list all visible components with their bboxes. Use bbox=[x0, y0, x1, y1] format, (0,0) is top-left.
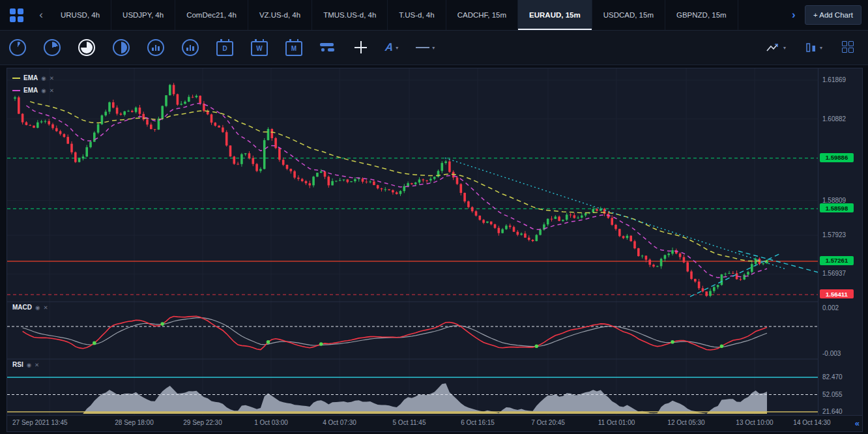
axis-label: 1.58809 bbox=[822, 197, 846, 204]
price-tag: 1.59886 bbox=[820, 153, 854, 162]
indicator-legend-ema-2: EMA ◉ ✕ bbox=[12, 87, 54, 94]
calendar-month-letter: M bbox=[291, 45, 297, 52]
multi-chart-layout-icon[interactable] bbox=[842, 41, 855, 54]
time-axis[interactable]: 27 Sep 2021 13:45 28 Sep 18:00 29 Sep 22… bbox=[7, 415, 862, 431]
crosshair-icon[interactable] bbox=[354, 41, 368, 54]
time-label: 12 Oct 05:30 bbox=[667, 419, 704, 426]
compare-symbols-dropdown[interactable]: ▾ bbox=[805, 42, 822, 53]
timeframe-4hour-icon[interactable] bbox=[182, 39, 199, 56]
indicator-legend-rsi: RSI ◉ ✕ bbox=[12, 361, 39, 368]
chevron-down-icon: ▾ bbox=[432, 45, 435, 51]
price-axis[interactable]: 1.618691.608821.588091.579231.569371.598… bbox=[818, 68, 862, 415]
time-label: 11 Oct 01:00 bbox=[598, 419, 635, 426]
tab-strip: URUSD, 4h USDJPY, 4h ComDec21, 4h VZ.US-… bbox=[50, 0, 785, 30]
timeframe-5min-icon[interactable] bbox=[44, 39, 61, 56]
tabs-scroll-left-icon[interactable]: ‹ bbox=[33, 0, 50, 30]
ema-fast-swatch bbox=[12, 90, 20, 91]
time-label: 28 Sep 18:00 bbox=[115, 419, 154, 426]
axis-label: 21.640 bbox=[822, 408, 843, 415]
tab-t-us-4h[interactable]: T.US-d, 4h bbox=[388, 0, 446, 30]
axis-label: 52.055 bbox=[822, 391, 843, 398]
tab-urusd-4h[interactable]: URUSD, 4h bbox=[50, 0, 111, 30]
tab-vz-us-4h[interactable]: VZ.US-d, 4h bbox=[248, 0, 312, 30]
tab-euraud-15m[interactable]: EURAUD, 15m bbox=[518, 0, 592, 30]
axis-label: -0.003 bbox=[822, 350, 841, 357]
timeframe-day-icon[interactable]: D bbox=[216, 41, 233, 56]
timeframe-15min-icon[interactable] bbox=[78, 39, 95, 56]
chart-tabbar: ‹ URUSD, 4h USDJPY, 4h ComDec21, 4h VZ.U… bbox=[0, 0, 868, 31]
axis-label: 0.002 bbox=[822, 304, 839, 311]
line-chart-icon bbox=[766, 42, 781, 53]
indicator-close-icon[interactable]: ✕ bbox=[50, 87, 54, 94]
timeframe-1hour-icon[interactable] bbox=[147, 39, 164, 56]
indicator-settings-icon[interactable]: ◉ bbox=[35, 304, 40, 311]
drawing-tools-dropdown[interactable]: A ▾ bbox=[385, 41, 398, 54]
indicator-label: EMA bbox=[23, 74, 38, 81]
indicator-label: EMA bbox=[23, 87, 38, 94]
indicator-settings-icon[interactable]: ◉ bbox=[41, 87, 46, 94]
tab-comdec21-4h[interactable]: ComDec21, 4h bbox=[175, 0, 248, 30]
price-tag: 1.56411 bbox=[820, 289, 854, 298]
indicator-label: RSI bbox=[12, 361, 23, 368]
tabs-scroll-right-icon[interactable]: › bbox=[785, 0, 802, 30]
chart-container: EMA ◉ ✕ EMA ◉ ✕ MACD ◉ ✕ RSI ◉ ✕ 1.61869… bbox=[7, 68, 863, 432]
range-bars-icon[interactable] bbox=[320, 42, 337, 53]
axis-label: 1.56937 bbox=[822, 270, 846, 277]
chevron-down-icon: ▾ bbox=[820, 45, 822, 51]
chart-toolbar: D W M A ▾ ▾ ▾ bbox=[0, 31, 868, 65]
tab-usdjpy-4h[interactable]: USDJPY, 4h bbox=[111, 0, 175, 30]
indicator-legend-macd: MACD ◉ ✕ bbox=[12, 304, 48, 311]
price-tag: 1.57261 bbox=[820, 256, 854, 265]
indicator-close-icon[interactable]: ✕ bbox=[35, 362, 39, 368]
axis-label: 1.61869 bbox=[822, 76, 846, 83]
layout-grid-icon[interactable] bbox=[0, 0, 33, 30]
indicator-legend-ema-1: EMA ◉ ✕ bbox=[12, 74, 54, 81]
tab-usdcad-15m[interactable]: USDCAD, 15m bbox=[592, 0, 665, 30]
timeframe-1min-icon[interactable] bbox=[9, 39, 26, 56]
time-label: 5 Oct 11:45 bbox=[393, 419, 426, 426]
price-tag: 1.58598 bbox=[820, 203, 854, 212]
line-tool-dropdown[interactable]: ▾ bbox=[416, 45, 435, 51]
chevron-down-icon: ▾ bbox=[783, 45, 786, 51]
add-chart-button[interactable]: + Add Chart bbox=[805, 5, 861, 25]
time-label: 27 Sep 2021 13:45 bbox=[12, 419, 68, 426]
indicator-label: MACD bbox=[12, 304, 32, 311]
timeframe-30min-icon[interactable] bbox=[113, 39, 130, 56]
tab-cadchf-15m[interactable]: CADCHF, 15m bbox=[446, 0, 518, 30]
indicator-close-icon[interactable]: ✕ bbox=[43, 304, 48, 311]
trading-terminal: ‹ URUSD, 4h USDJPY, 4h ComDec21, 4h VZ.U… bbox=[0, 0, 868, 434]
time-label: 7 Oct 20:45 bbox=[531, 419, 565, 426]
timeframe-month-icon[interactable]: M bbox=[285, 41, 302, 56]
time-label: 6 Oct 16:15 bbox=[461, 419, 495, 426]
indicator-settings-icon[interactable]: ◉ bbox=[41, 75, 46, 81]
calendar-week-letter: W bbox=[256, 45, 262, 52]
timeframe-week-icon[interactable]: W bbox=[251, 41, 268, 56]
annotation-tool-icon: A bbox=[384, 41, 394, 54]
time-label: 1 Oct 03:00 bbox=[254, 419, 288, 426]
collapse-panel-icon[interactable]: « bbox=[855, 418, 860, 428]
time-label: 29 Sep 22:30 bbox=[183, 419, 222, 426]
calendar-day-letter: D bbox=[222, 45, 227, 52]
axis-label: 1.57923 bbox=[822, 231, 846, 239]
chevron-down-icon: ▾ bbox=[396, 45, 398, 51]
axis-label: 1.60882 bbox=[822, 115, 846, 123]
time-label: 4 Oct 07:30 bbox=[323, 419, 356, 426]
time-label: 13 Oct 10:00 bbox=[736, 419, 773, 426]
indicator-close-icon[interactable]: ✕ bbox=[50, 75, 54, 81]
compare-bars-icon bbox=[805, 42, 817, 53]
line-tool-icon bbox=[416, 47, 429, 48]
chart-style-dropdown[interactable]: ▾ bbox=[766, 42, 786, 53]
time-label: 14 Oct 14:30 bbox=[793, 419, 830, 426]
tab-tmus-us-4h[interactable]: TMUS.US-d, 4h bbox=[312, 0, 388, 30]
tab-gbpnzd-15m[interactable]: GBPNZD, 15m bbox=[665, 0, 738, 30]
main-chart-canvas[interactable] bbox=[7, 68, 818, 415]
indicator-settings-icon[interactable]: ◉ bbox=[27, 362, 31, 368]
axis-label: 82.470 bbox=[822, 373, 843, 381]
ema-slow-swatch bbox=[12, 78, 20, 79]
